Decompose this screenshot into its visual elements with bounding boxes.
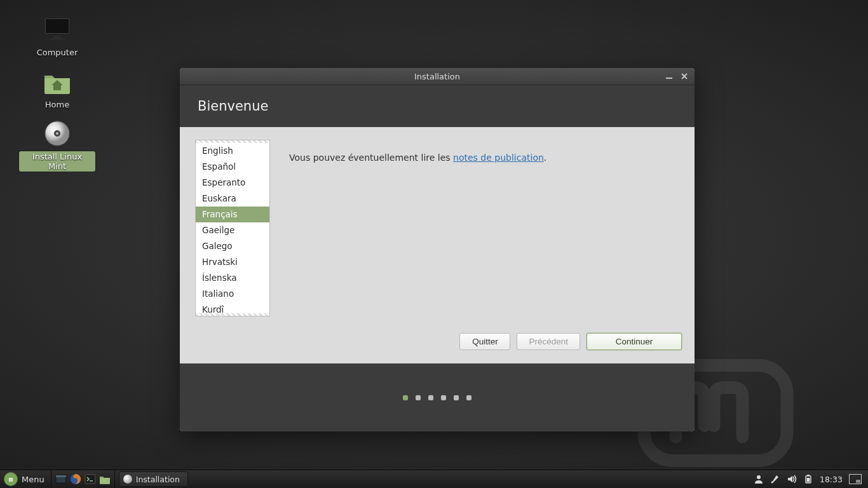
release-notes-link[interactable]: notes de publication: [453, 152, 544, 163]
taskbar-task-installation[interactable]: Installation: [119, 471, 188, 487]
update-icon[interactable]: [770, 474, 780, 484]
window-title: Installation: [414, 72, 460, 81]
desktop-icon-label: Install Linux Mint: [19, 151, 95, 172]
language-option[interactable]: English: [196, 143, 269, 159]
disc-icon: [123, 475, 132, 484]
back-button: Précédent: [517, 333, 580, 350]
firefox-icon[interactable]: [69, 472, 83, 486]
window-close-button[interactable]: [681, 72, 691, 80]
release-notes-text: Vous pouvez éventuellement lire les note…: [270, 127, 695, 363]
language-option[interactable]: Español: [196, 159, 269, 175]
svg-rect-8: [666, 78, 672, 79]
language-option[interactable]: Íslenska: [196, 270, 269, 286]
progress-dot: [428, 395, 433, 400]
language-option[interactable]: Esperanto: [196, 175, 269, 191]
taskbar: m Menu Installation: [0, 470, 868, 488]
installer-header-title: Bienvenue: [198, 98, 268, 114]
clock[interactable]: 18:33: [820, 475, 843, 484]
svg-rect-18: [807, 475, 810, 476]
svg-rect-13: [90, 480, 93, 482]
desktop-icon-computer[interactable]: Computer: [19, 14, 95, 58]
progress-dot: [416, 395, 421, 400]
svg-rect-14: [100, 478, 110, 484]
language-option[interactable]: Kurdî: [196, 302, 269, 316]
system-tray: 18:33: [747, 470, 868, 488]
user-icon[interactable]: [754, 474, 764, 484]
window-titlebar[interactable]: Installation: [180, 68, 695, 85]
progress-dot: [454, 395, 459, 400]
svg-rect-10: [56, 475, 66, 477]
desktop-icon-home[interactable]: Home: [19, 66, 95, 110]
desktop: Computer Home: [0, 0, 868, 470]
installer-window: Installation Bienvenue EnglishEspañolEsp…: [180, 68, 695, 431]
svg-rect-12: [85, 475, 95, 484]
progress-dot: [466, 395, 471, 400]
battery-icon[interactable]: [803, 474, 813, 484]
files-icon[interactable]: [98, 472, 112, 486]
language-option[interactable]: Italiano: [196, 286, 269, 302]
desktop-icon-install[interactable]: Install Linux Mint: [19, 118, 95, 172]
language-option[interactable]: Galego: [196, 238, 269, 254]
terminal-icon[interactable]: [83, 472, 97, 486]
quick-launch: [51, 470, 115, 488]
svg-rect-2: [46, 19, 69, 33]
language-listbox[interactable]: EnglishEspañolEsperantoEuskaraFrançaisGa…: [195, 140, 270, 316]
svg-point-15: [757, 475, 761, 479]
language-option[interactable]: Français: [196, 207, 269, 222]
window-minimize-button[interactable]: [665, 72, 675, 80]
svg-rect-3: [53, 36, 61, 38]
quit-button[interactable]: Quitter: [459, 333, 510, 350]
disc-icon: [19, 118, 95, 149]
installer-header: Bienvenue: [180, 85, 695, 128]
progress-dot: [441, 395, 446, 400]
language-option[interactable]: Hrvatski: [196, 254, 269, 270]
language-option[interactable]: Euskara: [196, 191, 269, 207]
home-folder-icon: [19, 66, 95, 97]
task-label: Installation: [136, 475, 180, 484]
volume-icon[interactable]: [787, 474, 797, 484]
continue-button[interactable]: Continuer: [587, 333, 682, 350]
progress-dot: [403, 395, 408, 400]
svg-point-7: [56, 132, 58, 135]
menu-label: Menu: [22, 475, 44, 484]
svg-point-16: [771, 482, 773, 484]
monitor-icon: [19, 14, 95, 44]
desktop-icon-label: Computer: [34, 47, 81, 58]
workspace-switcher-icon[interactable]: [849, 474, 862, 484]
menu-button[interactable]: m Menu: [0, 470, 51, 488]
desktop-icon-label: Home: [42, 99, 72, 110]
svg-rect-19: [806, 478, 810, 482]
svg-rect-4: [50, 38, 65, 40]
language-option[interactable]: Gaeilge: [196, 222, 269, 238]
show-desktop-icon[interactable]: [54, 472, 68, 486]
mint-logo-icon: m: [4, 472, 18, 486]
progress-indicator: [180, 363, 695, 431]
